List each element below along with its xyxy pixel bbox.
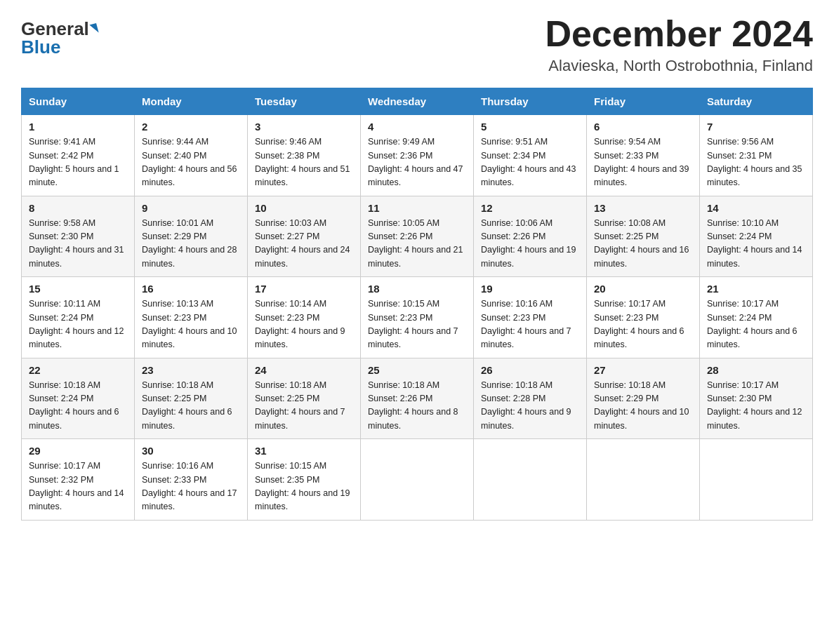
calendar-cell: 1Sunrise: 9:41 AMSunset: 2:42 PMDaylight… [22, 115, 135, 196]
calendar-week-row: 15Sunrise: 10:11 AMSunset: 2:24 PMDaylig… [22, 277, 813, 358]
calendar-week-row: 29Sunrise: 10:17 AMSunset: 2:32 PMDaylig… [22, 439, 813, 521]
calendar-cell: 29Sunrise: 10:17 AMSunset: 2:32 PMDaylig… [22, 439, 135, 521]
day-number: 10 [255, 202, 353, 214]
calendar-cell: 4Sunrise: 9:49 AMSunset: 2:36 PMDaylight… [361, 115, 474, 196]
day-info: Sunrise: 10:10 AMSunset: 2:24 PMDaylight… [707, 217, 805, 271]
day-info: Sunrise: 10:17 AMSunset: 2:23 PMDaylight… [594, 297, 692, 352]
day-info: Sunrise: 10:15 AMSunset: 2:23 PMDaylight… [368, 297, 466, 352]
day-info: Sunrise: 10:18 AMSunset: 2:29 PMDaylight… [594, 379, 692, 434]
calendar-header-saturday: Saturday [700, 88, 813, 115]
day-number: 5 [481, 121, 579, 133]
day-info: Sunrise: 10:18 AMSunset: 2:25 PMDaylight… [255, 379, 353, 434]
calendar-cell: 28Sunrise: 10:17 AMSunset: 2:30 PMDaylig… [700, 358, 813, 439]
calendar-cell [587, 439, 700, 521]
calendar-cell: 3Sunrise: 9:46 AMSunset: 2:38 PMDaylight… [248, 115, 361, 196]
day-info: Sunrise: 9:58 AMSunset: 2:30 PMDaylight:… [29, 217, 127, 271]
calendar-cell: 6Sunrise: 9:54 AMSunset: 2:33 PMDaylight… [587, 115, 700, 196]
calendar-cell: 19Sunrise: 10:16 AMSunset: 2:23 PMDaylig… [474, 277, 587, 358]
calendar-cell: 5Sunrise: 9:51 AMSunset: 2:34 PMDaylight… [474, 115, 587, 196]
calendar-week-row: 22Sunrise: 10:18 AMSunset: 2:24 PMDaylig… [22, 358, 813, 439]
day-number: 20 [594, 283, 692, 295]
calendar-header-wednesday: Wednesday [361, 88, 474, 115]
day-number: 1 [29, 121, 127, 133]
location-title: Alavieska, North Ostrobothnia, Finland [545, 57, 813, 75]
day-info: Sunrise: 10:18 AMSunset: 2:28 PMDaylight… [481, 379, 579, 434]
calendar-header-monday: Monday [135, 88, 248, 115]
calendar-cell: 15Sunrise: 10:11 AMSunset: 2:24 PMDaylig… [22, 277, 135, 358]
day-number: 22 [29, 364, 127, 376]
calendar-cell: 16Sunrise: 10:13 AMSunset: 2:23 PMDaylig… [135, 277, 248, 358]
calendar-cell: 13Sunrise: 10:08 AMSunset: 2:25 PMDaylig… [587, 196, 700, 277]
day-number: 19 [481, 283, 579, 295]
calendar-cell: 20Sunrise: 10:17 AMSunset: 2:23 PMDaylig… [587, 277, 700, 358]
calendar-cell: 30Sunrise: 10:16 AMSunset: 2:33 PMDaylig… [135, 439, 248, 521]
day-info: Sunrise: 10:16 AMSunset: 2:23 PMDaylight… [481, 297, 579, 352]
day-number: 14 [707, 202, 805, 214]
day-info: Sunrise: 9:54 AMSunset: 2:33 PMDaylight:… [594, 135, 692, 190]
day-info: Sunrise: 10:01 AMSunset: 2:29 PMDaylight… [142, 217, 240, 271]
day-number: 4 [368, 121, 466, 133]
calendar-cell: 9Sunrise: 10:01 AMSunset: 2:29 PMDayligh… [135, 196, 248, 277]
day-info: Sunrise: 10:11 AMSunset: 2:24 PMDaylight… [29, 297, 127, 352]
calendar-cell: 10Sunrise: 10:03 AMSunset: 2:27 PMDaylig… [248, 196, 361, 277]
title-block: December 2024 Alavieska, North Ostroboth… [545, 14, 813, 75]
calendar-header-row: SundayMondayTuesdayWednesdayThursdayFrid… [22, 88, 813, 115]
day-number: 9 [142, 202, 240, 214]
day-number: 26 [481, 364, 579, 376]
day-number: 2 [142, 121, 240, 133]
day-number: 8 [29, 202, 127, 214]
day-number: 21 [707, 283, 805, 295]
day-info: Sunrise: 9:51 AMSunset: 2:34 PMDaylight:… [481, 135, 579, 190]
calendar-cell [361, 439, 474, 521]
calendar-cell: 23Sunrise: 10:18 AMSunset: 2:25 PMDaylig… [135, 358, 248, 439]
day-info: Sunrise: 9:49 AMSunset: 2:36 PMDaylight:… [368, 135, 466, 190]
day-number: 28 [707, 364, 805, 376]
day-info: Sunrise: 10:17 AMSunset: 2:32 PMDaylight… [29, 459, 127, 514]
day-number: 12 [481, 202, 579, 214]
day-number: 13 [594, 202, 692, 214]
day-number: 27 [594, 364, 692, 376]
day-info: Sunrise: 9:41 AMSunset: 2:42 PMDaylight:… [29, 135, 127, 190]
calendar-table: SundayMondayTuesdayWednesdayThursdayFrid… [21, 88, 813, 521]
day-info: Sunrise: 10:05 AMSunset: 2:26 PMDaylight… [368, 217, 466, 271]
calendar-header-thursday: Thursday [474, 88, 587, 115]
day-number: 30 [142, 445, 240, 457]
calendar-cell: 14Sunrise: 10:10 AMSunset: 2:24 PMDaylig… [700, 196, 813, 277]
calendar-cell: 21Sunrise: 10:17 AMSunset: 2:24 PMDaylig… [700, 277, 813, 358]
calendar-cell: 26Sunrise: 10:18 AMSunset: 2:28 PMDaylig… [474, 358, 587, 439]
day-number: 7 [707, 121, 805, 133]
day-info: Sunrise: 10:14 AMSunset: 2:23 PMDaylight… [255, 297, 353, 352]
day-info: Sunrise: 10:17 AMSunset: 2:30 PMDaylight… [707, 379, 805, 434]
month-title: December 2024 [545, 14, 813, 54]
day-number: 17 [255, 283, 353, 295]
calendar-week-row: 1Sunrise: 9:41 AMSunset: 2:42 PMDaylight… [22, 115, 813, 196]
logo-general-text: General [21, 20, 89, 38]
day-info: Sunrise: 10:13 AMSunset: 2:23 PMDaylight… [142, 297, 240, 352]
logo: General Blue [21, 14, 98, 56]
logo-triangle-icon [89, 23, 98, 34]
day-number: 25 [368, 364, 466, 376]
day-number: 31 [255, 445, 353, 457]
calendar-cell: 18Sunrise: 10:15 AMSunset: 2:23 PMDaylig… [361, 277, 474, 358]
logo-blue-text: Blue [21, 38, 60, 56]
day-info: Sunrise: 10:15 AMSunset: 2:35 PMDaylight… [255, 459, 353, 514]
calendar-cell: 7Sunrise: 9:56 AMSunset: 2:31 PMDaylight… [700, 115, 813, 196]
calendar-cell: 25Sunrise: 10:18 AMSunset: 2:26 PMDaylig… [361, 358, 474, 439]
calendar-cell: 2Sunrise: 9:44 AMSunset: 2:40 PMDaylight… [135, 115, 248, 196]
calendar-cell [474, 439, 587, 521]
day-info: Sunrise: 9:46 AMSunset: 2:38 PMDaylight:… [255, 135, 353, 190]
day-number: 18 [368, 283, 466, 295]
day-number: 6 [594, 121, 692, 133]
day-info: Sunrise: 10:18 AMSunset: 2:26 PMDaylight… [368, 379, 466, 434]
calendar-header-sunday: Sunday [22, 88, 135, 115]
calendar-cell [700, 439, 813, 521]
day-number: 24 [255, 364, 353, 376]
calendar-header-friday: Friday [587, 88, 700, 115]
calendar-cell: 17Sunrise: 10:14 AMSunset: 2:23 PMDaylig… [248, 277, 361, 358]
day-number: 11 [368, 202, 466, 214]
calendar-cell: 11Sunrise: 10:05 AMSunset: 2:26 PMDaylig… [361, 196, 474, 277]
calendar-cell: 31Sunrise: 10:15 AMSunset: 2:35 PMDaylig… [248, 439, 361, 521]
calendar-header-tuesday: Tuesday [248, 88, 361, 115]
day-number: 15 [29, 283, 127, 295]
calendar-cell: 27Sunrise: 10:18 AMSunset: 2:29 PMDaylig… [587, 358, 700, 439]
